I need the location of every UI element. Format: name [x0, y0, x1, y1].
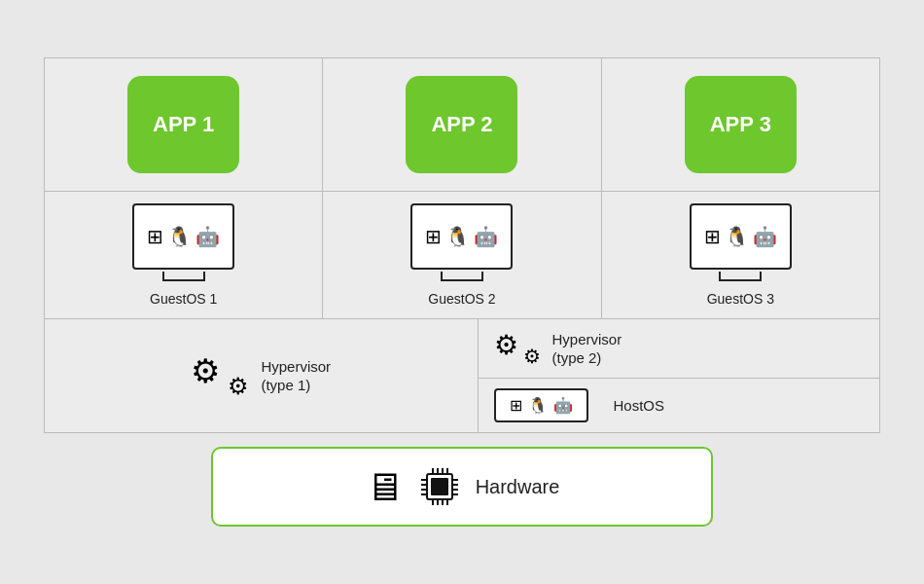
app-2-label: APP 2 [431, 112, 492, 137]
guest-2-label: GuestOS 2 [428, 291, 495, 307]
linux-icon-3: 🐧 [725, 225, 749, 248]
top-section: APP 1 APP 2 APP 3 ⊞ 🐧 [44, 57, 880, 319]
windows-icon-3: ⊞ [704, 225, 721, 248]
apps-row: APP 1 APP 2 APP 3 [45, 58, 879, 192]
linux-icon-2: 🐧 [445, 225, 470, 248]
guest-1-cell: ⊞ 🐧 🤖 GuestOS 1 [45, 192, 323, 318]
guest-2-icons: ⊞ 🐧 🤖 [425, 225, 498, 248]
hypervisor1-line1: Hypervisor [261, 358, 331, 375]
app-3-cell: APP 3 [602, 58, 879, 191]
guest-3-cell: ⊞ 🐧 🤖 GuestOS 3 [602, 192, 879, 318]
diagram: APP 1 APP 2 APP 3 ⊞ 🐧 [44, 57, 880, 527]
guest-2-cell: ⊞ 🐧 🤖 GuestOS 2 [323, 192, 601, 318]
hypervisor1-label: Hypervisor (type 1) [261, 357, 331, 395]
middle-section: ⚙ ⚙ Hypervisor (type 1) ⚙ ⚙ Hypervisor (… [44, 319, 880, 433]
cpu-chip-icon: 🖥 [365, 465, 404, 509]
gear-large-icon-2: ⚙ [494, 329, 518, 361]
hostos-windows-icon: ⊞ [510, 396, 522, 415]
guest-1-label: GuestOS 1 [150, 291, 217, 307]
guest-3-label: GuestOS 3 [707, 291, 774, 307]
guest-1-monitor: ⊞ 🐧 🤖 [132, 203, 234, 270]
windows-icon: ⊞ [147, 225, 163, 248]
chip-icon-svg [417, 464, 462, 509]
android-icon-2: 🤖 [474, 225, 498, 248]
hostos-box: ⊞ 🐧 🤖 [494, 388, 588, 422]
hardware-label: Hardware [476, 476, 560, 498]
app-3-box: APP 3 [685, 76, 797, 173]
android-icon-3: 🤖 [753, 225, 777, 248]
hypervisor2-gear-icon: ⚙ ⚙ [494, 329, 541, 368]
hypervisor1-cell: ⚙ ⚙ Hypervisor (type 1) [45, 319, 479, 432]
windows-icon-2: ⊞ [425, 225, 442, 248]
hypervisor2-line1: Hypervisor [552, 331, 622, 347]
android-icon: 🤖 [195, 225, 220, 248]
app-2-box: APP 2 [406, 76, 517, 173]
gear-large-icon: ⚙ [191, 351, 220, 390]
guest-2-monitor: ⊞ 🐧 🤖 [410, 203, 513, 270]
hostos-cell: ⊞ 🐧 🤖 HostOS [479, 379, 880, 432]
hostos-label: HostOS [614, 396, 665, 416]
hypervisor1-line2: (type 1) [261, 377, 310, 393]
hardware-section: 🖥 Hardware [211, 447, 713, 527]
guest-3-monitor: ⊞ 🐧 🤖 [690, 203, 792, 270]
guest-3-icons: ⊞ 🐧 🤖 [704, 225, 777, 248]
app-1-cell: APP 1 [45, 58, 323, 191]
guests-row: ⊞ 🐧 🤖 GuestOS 1 ⊞ 🐧 🤖 GuestOS 2 [45, 192, 879, 318]
svg-rect-1 [431, 478, 448, 495]
guest-1-icons: ⊞ 🐧 🤖 [147, 225, 220, 248]
linux-icon: 🐧 [167, 225, 192, 248]
hypervisor2-label: Hypervisor (type 2) [552, 330, 622, 368]
app-2-cell: APP 2 [323, 58, 601, 191]
hypervisor2-line2: (type 2) [552, 349, 602, 366]
hypervisor1-gear-icon: ⚙ ⚙ [191, 351, 249, 400]
app-1-box: APP 1 [127, 76, 239, 173]
app-3-label: APP 3 [710, 112, 771, 137]
hostos-linux-icon: 🐧 [528, 396, 548, 415]
hypervisor2-cell: ⚙ ⚙ Hypervisor (type 2) [479, 319, 880, 379]
hypervisor2-block: ⚙ ⚙ Hypervisor (type 2) ⊞ 🐧 🤖 HostOS [479, 319, 880, 432]
gear-small-icon-2: ⚙ [523, 345, 541, 368]
gear-small-icon: ⚙ [228, 373, 249, 400]
hostos-android-icon: 🤖 [553, 396, 573, 415]
app-1-label: APP 1 [153, 112, 214, 137]
